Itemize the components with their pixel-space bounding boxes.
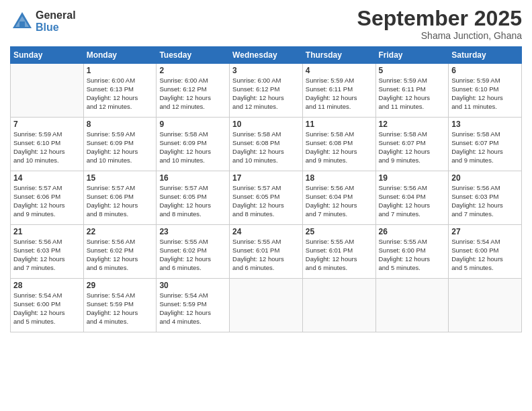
col-friday: Friday [375, 47, 449, 64]
table-row: 28Sunrise: 5:54 AM Sunset: 6:00 PM Dayli… [11, 279, 84, 332]
day-info: Sunrise: 5:55 AM Sunset: 6:02 PM Dayligh… [159, 238, 226, 272]
table-row: 11Sunrise: 5:58 AM Sunset: 6:08 PM Dayli… [302, 118, 375, 171]
table-row: 25Sunrise: 5:55 AM Sunset: 6:01 PM Dayli… [302, 225, 375, 279]
table-row: 14Sunrise: 5:57 AM Sunset: 6:06 PM Dayli… [11, 171, 84, 225]
header: General Blue September 2025 Shama Juncti… [10, 7, 522, 41]
table-row: 29Sunrise: 5:54 AM Sunset: 5:59 PM Dayli… [83, 279, 157, 332]
day-number: 23 [159, 227, 226, 236]
table-row: 17Sunrise: 5:57 AM Sunset: 6:05 PM Dayli… [230, 171, 303, 225]
logo-general-text: General [36, 9, 76, 21]
table-row [302, 279, 375, 332]
day-info: Sunrise: 5:56 AM Sunset: 6:03 PM Dayligh… [451, 184, 519, 218]
day-info: Sunrise: 6:00 AM Sunset: 6:12 PM Dayligh… [232, 77, 300, 111]
table-row: 13Sunrise: 5:58 AM Sunset: 6:07 PM Dayli… [449, 118, 522, 171]
day-number: 24 [232, 227, 300, 236]
table-row: 3Sunrise: 6:00 AM Sunset: 6:12 PM Daylig… [230, 64, 303, 118]
logo-text: General Blue [36, 9, 76, 33]
day-info: Sunrise: 5:56 AM Sunset: 6:03 PM Dayligh… [13, 238, 81, 272]
logo-icon [10, 9, 34, 34]
table-row: 30Sunrise: 5:54 AM Sunset: 5:59 PM Dayli… [157, 279, 230, 332]
day-info: Sunrise: 5:58 AM Sunset: 6:07 PM Dayligh… [379, 130, 446, 165]
day-number: 5 [379, 66, 446, 75]
day-info: Sunrise: 5:55 AM Sunset: 6:00 PM Dayligh… [379, 238, 446, 272]
logo: General Blue [10, 9, 76, 34]
day-number: 17 [232, 173, 300, 183]
day-info: Sunrise: 5:57 AM Sunset: 6:05 PM Dayligh… [232, 184, 300, 218]
day-info: Sunrise: 5:59 AM Sunset: 6:10 PM Dayligh… [451, 77, 519, 111]
col-wednesday: Wednesday [230, 47, 303, 64]
day-number: 12 [379, 120, 446, 129]
table-row: 9Sunrise: 5:58 AM Sunset: 6:09 PM Daylig… [157, 118, 230, 171]
calendar-table: Sunday Monday Tuesday Wednesday Thursday… [10, 46, 522, 332]
day-number: 4 [306, 66, 373, 75]
day-number: 25 [306, 227, 373, 236]
col-tuesday: Tuesday [157, 47, 230, 64]
day-info: Sunrise: 5:59 AM Sunset: 6:10 PM Dayligh… [13, 130, 81, 165]
day-info: Sunrise: 5:56 AM Sunset: 6:04 PM Dayligh… [379, 184, 446, 218]
day-info: Sunrise: 5:58 AM Sunset: 6:08 PM Dayligh… [306, 130, 373, 165]
day-info: Sunrise: 5:55 AM Sunset: 6:01 PM Dayligh… [232, 238, 300, 272]
day-number: 14 [13, 173, 81, 183]
day-info: Sunrise: 5:59 AM Sunset: 6:11 PM Dayligh… [306, 77, 373, 111]
location-subtitle: Shama Junction, Ghana [357, 30, 522, 41]
day-info: Sunrise: 5:54 AM Sunset: 5:59 PM Dayligh… [87, 291, 154, 326]
table-row: 26Sunrise: 5:55 AM Sunset: 6:00 PM Dayli… [375, 225, 449, 279]
svg-rect-2 [19, 21, 25, 28]
table-row: 1Sunrise: 6:00 AM Sunset: 6:13 PM Daylig… [83, 64, 157, 118]
day-info: Sunrise: 5:57 AM Sunset: 6:06 PM Dayligh… [13, 184, 81, 218]
day-info: Sunrise: 5:56 AM Sunset: 6:02 PM Dayligh… [87, 238, 154, 272]
day-info: Sunrise: 5:58 AM Sunset: 6:07 PM Dayligh… [451, 130, 519, 165]
day-info: Sunrise: 5:56 AM Sunset: 6:04 PM Dayligh… [306, 184, 373, 218]
day-number: 26 [379, 227, 446, 236]
day-number: 3 [232, 66, 300, 75]
calendar-week-2: 7Sunrise: 5:59 AM Sunset: 6:10 PM Daylig… [11, 118, 522, 171]
table-row: 16Sunrise: 5:57 AM Sunset: 6:05 PM Dayli… [157, 171, 230, 225]
day-number: 19 [379, 173, 446, 183]
table-row: 20Sunrise: 5:56 AM Sunset: 6:03 PM Dayli… [449, 171, 522, 225]
logo-blue-text: Blue [36, 21, 76, 34]
table-row: 23Sunrise: 5:55 AM Sunset: 6:02 PM Dayli… [157, 225, 230, 279]
table-row [230, 279, 303, 332]
day-number: 7 [13, 120, 81, 129]
calendar-week-1: 1Sunrise: 6:00 AM Sunset: 6:13 PM Daylig… [11, 64, 522, 118]
day-number: 6 [451, 66, 519, 75]
table-row [375, 279, 449, 332]
table-row: 21Sunrise: 5:56 AM Sunset: 6:03 PM Dayli… [11, 225, 84, 279]
day-number: 29 [87, 281, 154, 290]
table-row: 18Sunrise: 5:56 AM Sunset: 6:04 PM Dayli… [302, 171, 375, 225]
day-info: Sunrise: 5:54 AM Sunset: 5:59 PM Dayligh… [159, 291, 226, 326]
table-row: 10Sunrise: 5:58 AM Sunset: 6:08 PM Dayli… [230, 118, 303, 171]
page: General Blue September 2025 Shama Juncti… [0, 0, 532, 411]
table-row [449, 279, 522, 332]
day-number: 20 [451, 173, 519, 183]
table-row: 12Sunrise: 5:58 AM Sunset: 6:07 PM Dayli… [375, 118, 449, 171]
col-sunday: Sunday [11, 47, 84, 64]
day-info: Sunrise: 6:00 AM Sunset: 6:12 PM Dayligh… [159, 77, 226, 111]
day-number: 10 [232, 120, 300, 129]
day-info: Sunrise: 5:57 AM Sunset: 6:05 PM Dayligh… [159, 184, 226, 218]
col-saturday: Saturday [449, 47, 522, 64]
day-info: Sunrise: 6:00 AM Sunset: 6:13 PM Dayligh… [87, 77, 154, 111]
calendar-week-5: 28Sunrise: 5:54 AM Sunset: 6:00 PM Dayli… [11, 279, 522, 332]
table-row [11, 64, 84, 118]
day-number: 1 [87, 66, 154, 75]
day-number: 16 [159, 173, 226, 183]
day-info: Sunrise: 5:55 AM Sunset: 6:01 PM Dayligh… [306, 238, 373, 272]
day-number: 27 [451, 227, 519, 236]
day-number: 8 [87, 120, 154, 129]
day-number: 13 [451, 120, 519, 129]
table-row: 19Sunrise: 5:56 AM Sunset: 6:04 PM Dayli… [375, 171, 449, 225]
table-row: 5Sunrise: 5:59 AM Sunset: 6:11 PM Daylig… [375, 64, 449, 118]
table-row: 8Sunrise: 5:59 AM Sunset: 6:09 PM Daylig… [83, 118, 157, 171]
table-row: 15Sunrise: 5:57 AM Sunset: 6:06 PM Dayli… [83, 171, 157, 225]
col-thursday: Thursday [302, 47, 375, 64]
month-title: September 2025 [357, 7, 522, 30]
day-number: 2 [159, 66, 226, 75]
day-info: Sunrise: 5:59 AM Sunset: 6:11 PM Dayligh… [379, 77, 446, 111]
calendar-week-4: 21Sunrise: 5:56 AM Sunset: 6:03 PM Dayli… [11, 225, 522, 279]
day-number: 22 [87, 227, 154, 236]
day-number: 15 [87, 173, 154, 183]
table-row: 4Sunrise: 5:59 AM Sunset: 6:11 PM Daylig… [302, 64, 375, 118]
header-row: Sunday Monday Tuesday Wednesday Thursday… [11, 47, 522, 64]
day-info: Sunrise: 5:54 AM Sunset: 6:00 PM Dayligh… [13, 291, 81, 326]
